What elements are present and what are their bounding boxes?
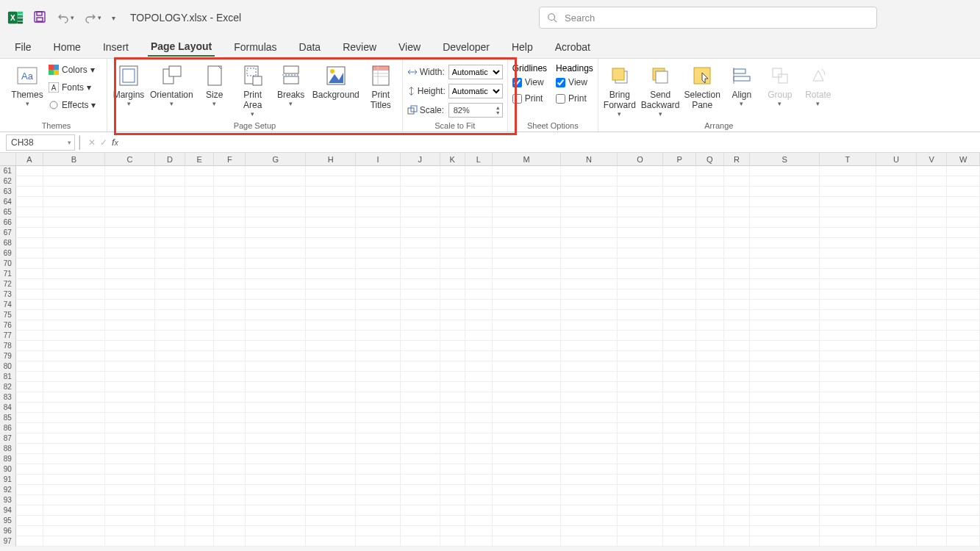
cell[interactable]	[663, 320, 696, 331]
row-header[interactable]: 91	[0, 475, 16, 485]
cell[interactable]	[214, 475, 246, 485]
cell[interactable]	[246, 197, 306, 207]
cell[interactable]	[820, 310, 876, 320]
cell[interactable]	[618, 207, 664, 217]
tab-data[interactable]: Data	[296, 38, 324, 56]
cell[interactable]	[696, 187, 724, 197]
cell[interactable]	[43, 413, 105, 423]
cell[interactable]	[663, 248, 696, 259]
cell[interactable]	[306, 403, 356, 413]
cell[interactable]	[750, 536, 820, 547]
cell[interactable]	[561, 475, 618, 485]
cell[interactable]	[401, 310, 440, 320]
cell[interactable]	[618, 187, 664, 197]
cell[interactable]	[214, 320, 246, 331]
cell[interactable]	[917, 310, 947, 320]
cell[interactable]	[876, 351, 917, 361]
row-header[interactable]: 90	[0, 464, 16, 475]
cell[interactable]	[493, 248, 561, 259]
cell[interactable]	[356, 269, 401, 279]
cell[interactable]	[917, 228, 947, 238]
cell[interactable]	[876, 217, 917, 228]
cell[interactable]	[401, 485, 440, 495]
cell[interactable]	[16, 238, 44, 248]
cell[interactable]	[440, 217, 465, 228]
cell[interactable]	[917, 217, 947, 228]
cell[interactable]	[16, 454, 44, 464]
cell[interactable]	[663, 187, 696, 197]
cell[interactable]	[306, 207, 356, 217]
cell[interactable]	[917, 341, 947, 351]
cell[interactable]	[440, 454, 465, 464]
cell[interactable]	[947, 505, 980, 516]
row-header[interactable]: 86	[0, 423, 16, 433]
cell[interactable]	[917, 536, 947, 547]
row-header[interactable]: 95	[0, 516, 16, 526]
cell[interactable]	[43, 269, 105, 279]
cell[interactable]	[440, 187, 465, 197]
cell[interactable]	[663, 413, 696, 423]
row-header[interactable]: 92	[0, 485, 16, 495]
cell[interactable]	[618, 505, 664, 516]
cell[interactable]	[663, 475, 696, 485]
cell[interactable]	[185, 207, 214, 217]
tab-acrobat[interactable]: Acrobat	[552, 38, 593, 56]
row-header[interactable]: 94	[0, 505, 16, 516]
cell[interactable]	[43, 331, 105, 341]
cell[interactable]	[820, 485, 876, 495]
cell[interactable]	[306, 259, 356, 269]
cell[interactable]	[246, 392, 306, 403]
cell[interactable]	[493, 423, 561, 433]
cell[interactable]	[356, 454, 401, 464]
cell[interactable]	[465, 413, 493, 423]
cell[interactable]	[214, 403, 246, 413]
cell[interactable]	[917, 526, 947, 536]
cell[interactable]	[618, 516, 664, 526]
cell[interactable]	[696, 351, 724, 361]
cell[interactable]	[440, 361, 465, 372]
cell[interactable]	[750, 403, 820, 413]
cell[interactable]	[561, 382, 618, 392]
row-header[interactable]: 74	[0, 300, 16, 310]
column-header[interactable]: O	[618, 153, 664, 166]
row-header[interactable]: 93	[0, 495, 16, 505]
cell[interactable]	[16, 433, 44, 444]
cell[interactable]	[246, 444, 306, 454]
cell[interactable]	[876, 228, 917, 238]
cell[interactable]	[947, 526, 980, 536]
cell[interactable]	[43, 423, 105, 433]
cell[interactable]	[440, 197, 465, 207]
cell[interactable]	[561, 526, 618, 536]
width-select[interactable]: Automatic	[448, 65, 503, 79]
themes-button[interactable]: Aa Themes ▾	[10, 62, 44, 107]
cell[interactable]	[185, 444, 214, 454]
cell[interactable]	[917, 351, 947, 361]
cell[interactable]	[16, 341, 44, 351]
cell[interactable]	[185, 279, 214, 289]
cell[interactable]	[105, 444, 155, 454]
cell[interactable]	[306, 310, 356, 320]
cell[interactable]	[16, 228, 44, 238]
row-header[interactable]: 85	[0, 413, 16, 423]
cell[interactable]	[696, 372, 724, 382]
cell[interactable]	[440, 526, 465, 536]
column-header[interactable]: F	[214, 153, 246, 166]
cell[interactable]	[214, 392, 246, 403]
cell[interactable]	[876, 505, 917, 516]
cell[interactable]	[876, 331, 917, 341]
cell[interactable]	[306, 433, 356, 444]
cell[interactable]	[724, 197, 751, 207]
cell[interactable]	[696, 403, 724, 413]
cell[interactable]	[947, 464, 980, 475]
cell[interactable]	[820, 372, 876, 382]
column-header[interactable]: D	[155, 153, 185, 166]
cell[interactable]	[16, 320, 44, 331]
cell[interactable]	[618, 197, 664, 207]
cell[interactable]	[750, 238, 820, 248]
cell[interactable]	[750, 361, 820, 372]
cell[interactable]	[214, 259, 246, 269]
cell[interactable]	[401, 403, 440, 413]
cell[interactable]	[750, 423, 820, 433]
cell[interactable]	[356, 516, 401, 526]
cell[interactable]	[493, 433, 561, 444]
